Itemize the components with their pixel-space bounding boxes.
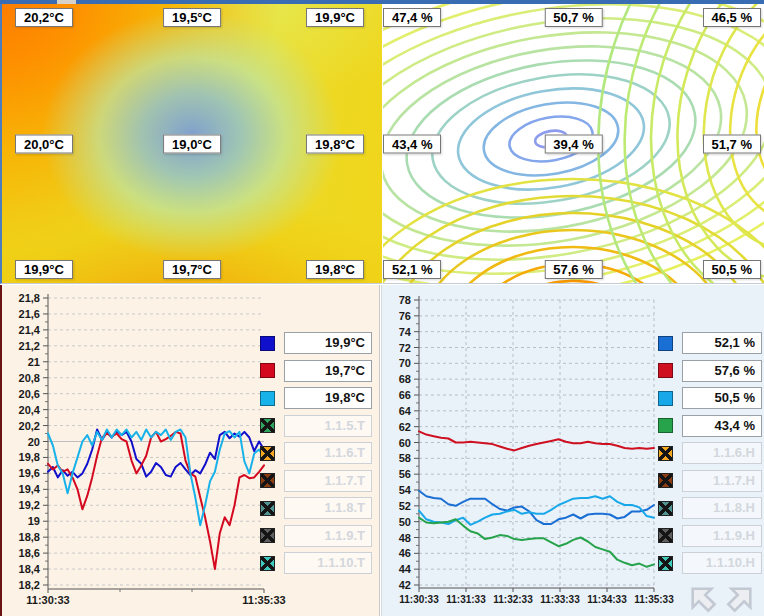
series-id-label: 1.1.6.H [682, 442, 762, 464]
series-disabled-x-icon [658, 473, 673, 488]
svg-text:44: 44 [399, 563, 412, 575]
series-disabled-x-icon [260, 418, 275, 433]
legend-item-1.1.7.H[interactable]: 1.1.7.H [658, 470, 762, 492]
series-disabled-x-icon [260, 528, 275, 543]
legend-item-1.1.10.H[interactable]: 1.1.10.H [658, 552, 762, 574]
humidity-value-0-1: 50,7 % [544, 8, 602, 27]
humidity-chart-panel[interactable]: 7876747270686664626058565452504846444211… [381, 285, 764, 616]
series-id-label: 1.1.7.T [284, 470, 372, 492]
svg-text:20,8: 20,8 [19, 372, 40, 384]
series-current-value: 50,5 % [682, 387, 762, 409]
legend-item-43,4%[interactable]: 43,4 % [658, 415, 762, 437]
svg-text:11:30:33: 11:30:33 [399, 594, 439, 605]
legend-item-52,1%[interactable]: 52,1 % [658, 332, 762, 354]
svg-text:20: 20 [28, 436, 40, 448]
svg-text:11:33:33: 11:33:33 [540, 594, 580, 605]
series-id-label: 1.1.10.H [682, 552, 762, 574]
legend-item-1.1.9.H[interactable]: 1.1.9.H [658, 525, 762, 547]
svg-text:66: 66 [399, 389, 411, 401]
svg-text:72: 72 [399, 342, 411, 354]
svg-text:18,6: 18,6 [19, 547, 40, 559]
series-disabled-x-icon [260, 473, 275, 488]
legend-item-19,8°C[interactable]: 19,8°C [260, 387, 372, 409]
legend-item-1.1.10.T[interactable]: 1.1.10.T [260, 552, 372, 574]
svg-text:11:32:33: 11:32:33 [493, 594, 533, 605]
series-current-value: 19,9°C [284, 332, 372, 354]
series-id-label: 1.1.5.T [284, 415, 372, 437]
legend-item-1.1.7.T[interactable]: 1.1.7.T [260, 470, 372, 492]
svg-text:19,4: 19,4 [19, 483, 41, 495]
humidity-value-2-2: 50,5 % [703, 260, 761, 279]
legend-item-57,6%[interactable]: 57,6 % [658, 360, 762, 382]
series-disabled-x-icon [260, 556, 275, 571]
legend-item-19,9°C[interactable]: 19,9°C [260, 332, 372, 354]
humidity-value-1-1: 39,4 % [544, 134, 602, 153]
temperature-value-1-0: 20,0°C [15, 134, 73, 153]
series-color-swatch [658, 363, 673, 378]
svg-text:42: 42 [399, 579, 411, 591]
series-current-value: 19,7°C [284, 360, 372, 382]
svg-text:70: 70 [399, 357, 411, 369]
svg-text:19,8: 19,8 [19, 451, 40, 463]
svg-text:58: 58 [399, 452, 411, 464]
series-id-label: 1.1.8.H [682, 497, 762, 519]
series-current-value: 19,8°C [284, 387, 372, 409]
sensor-dashboard: 20,2°C19,5°C19,9°C20,0°C19,0°C19,8°C19,9… [0, 0, 764, 616]
legend-item-19,7°C[interactable]: 19,7°C [260, 360, 372, 382]
humidity-value-0-0: 47,4 % [383, 8, 441, 27]
series-color-swatch [658, 336, 673, 351]
svg-text:21,2: 21,2 [19, 340, 40, 352]
svg-text:68: 68 [399, 373, 411, 385]
svg-text:74: 74 [399, 326, 412, 338]
svg-text:11:35:33: 11:35:33 [242, 594, 285, 606]
humidity-value-2-1: 57,6 % [544, 260, 602, 279]
expand-arrow-right-icon[interactable] [725, 584, 755, 614]
series-current-value: 52,1 % [682, 332, 762, 354]
series-id-label: 1.1.10.T [284, 552, 372, 574]
legend-item-1.1.5.T[interactable]: 1.1.5.T [260, 415, 372, 437]
svg-text:19: 19 [28, 515, 40, 527]
svg-text:60: 60 [399, 437, 411, 449]
svg-text:18,8: 18,8 [19, 531, 40, 543]
temperature-value-0-0: 20,2°C [15, 8, 73, 27]
svg-text:48: 48 [399, 532, 411, 544]
humidity-contour-panel[interactable]: 47,4 %50,7 %46,5 %43,4 %39,4 %51,7 %52,1… [383, 4, 764, 284]
svg-text:50: 50 [399, 516, 411, 528]
svg-text:11:30:33: 11:30:33 [26, 594, 69, 606]
series-disabled-x-icon [658, 556, 673, 571]
series-id-label: 1.1.7.H [682, 470, 762, 492]
series-id-label: 1.1.8.T [284, 497, 372, 519]
legend-item-1.1.6.T[interactable]: 1.1.6.T [260, 442, 372, 464]
series-color-swatch [260, 336, 275, 351]
series-current-value: 43,4 % [682, 415, 762, 437]
svg-text:76: 76 [399, 310, 411, 322]
svg-text:62: 62 [399, 421, 411, 433]
series-disabled-x-icon [658, 528, 673, 543]
legend-item-1.1.8.H[interactable]: 1.1.8.H [658, 497, 762, 519]
temperature-heatmap-panel[interactable]: 20,2°C19,5°C19,9°C20,0°C19,0°C19,8°C19,9… [0, 4, 382, 284]
svg-text:20,4: 20,4 [19, 404, 41, 416]
series-disabled-x-icon [260, 446, 275, 461]
series-disabled-x-icon [658, 446, 673, 461]
svg-text:11:35:33: 11:35:33 [634, 594, 674, 605]
temperature-value-1-2: 19,8°C [306, 134, 364, 153]
legend-item-1.1.9.T[interactable]: 1.1.9.T [260, 525, 372, 547]
series-disabled-x-icon [260, 501, 275, 516]
temperature-value-2-1: 19,7°C [163, 260, 221, 279]
temperature-chart-panel[interactable]: 21,821,621,421,22120,820,620,420,22019,8… [0, 285, 380, 616]
legend-item-50,5%[interactable]: 50,5 % [658, 387, 762, 409]
svg-text:20,2: 20,2 [19, 420, 40, 432]
svg-text:20,6: 20,6 [19, 388, 40, 400]
svg-text:56: 56 [399, 468, 411, 480]
series-color-swatch [260, 391, 275, 406]
expand-arrow-left-icon[interactable] [688, 584, 718, 614]
legend-item-1.1.6.H[interactable]: 1.1.6.H [658, 442, 762, 464]
series-color-swatch [260, 363, 275, 378]
humidity-value-0-2: 46,5 % [703, 8, 761, 27]
temperature-value-0-1: 19,5°C [163, 8, 221, 27]
temperature-value-0-2: 19,9°C [306, 8, 364, 27]
svg-text:64: 64 [399, 405, 412, 417]
svg-text:21: 21 [28, 356, 40, 368]
series-id-label: 1.1.6.T [284, 442, 372, 464]
legend-item-1.1.8.T[interactable]: 1.1.8.T [260, 497, 372, 519]
